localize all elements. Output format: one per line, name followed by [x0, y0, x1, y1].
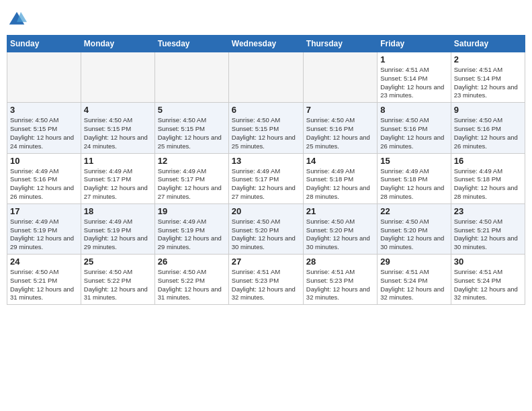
day-number: 14: [306, 156, 374, 166]
calendar-week-row: 17Sunrise: 4:49 AMSunset: 5:19 PMDayligh…: [7, 203, 525, 254]
day-info: Sunrise: 4:49 AMSunset: 5:18 PMDaylight:…: [380, 167, 447, 201]
calendar-cell: 19Sunrise: 4:49 AMSunset: 5:19 PMDayligh…: [154, 203, 228, 254]
calendar-cell: 26Sunrise: 4:50 AMSunset: 5:22 PMDayligh…: [154, 255, 228, 305]
day-number: 25: [84, 257, 152, 267]
day-info: Sunrise: 4:51 AMSunset: 5:14 PMDaylight:…: [454, 66, 522, 100]
calendar-cell: [81, 52, 154, 103]
day-number: 30: [454, 257, 522, 267]
day-info: Sunrise: 4:49 AMSunset: 5:17 PMDaylight:…: [232, 167, 300, 201]
day-number: 11: [84, 156, 152, 166]
calendar-cell: 6Sunrise: 4:50 AMSunset: 5:15 PMDaylight…: [228, 103, 303, 153]
calendar-cell: 15Sunrise: 4:49 AMSunset: 5:18 PMDayligh…: [378, 153, 451, 203]
day-number: 27: [232, 257, 300, 267]
day-info: Sunrise: 4:49 AMSunset: 5:18 PMDaylight:…: [306, 167, 374, 201]
calendar-cell: 7Sunrise: 4:50 AMSunset: 5:16 PMDaylight…: [303, 103, 377, 153]
weekday-header: Wednesday: [228, 36, 303, 52]
calendar-cell: 3Sunrise: 4:50 AMSunset: 5:15 PMDaylight…: [7, 103, 81, 153]
day-info: Sunrise: 4:50 AMSunset: 5:21 PMDaylight:…: [454, 218, 522, 252]
calendar-cell: 9Sunrise: 4:50 AMSunset: 5:16 PMDaylight…: [451, 103, 525, 153]
day-number: 5: [158, 105, 226, 115]
calendar-cell: 29Sunrise: 4:51 AMSunset: 5:24 PMDayligh…: [378, 255, 451, 305]
day-info: Sunrise: 4:50 AMSunset: 5:21 PMDaylight:…: [10, 268, 78, 302]
calendar-week-row: 10Sunrise: 4:49 AMSunset: 5:16 PMDayligh…: [7, 153, 525, 203]
day-info: Sunrise: 4:50 AMSunset: 5:22 PMDaylight:…: [84, 268, 152, 302]
calendar-cell: 25Sunrise: 4:50 AMSunset: 5:22 PMDayligh…: [81, 255, 154, 305]
day-number: 1: [380, 54, 447, 64]
calendar: SundayMondayTuesdayWednesdayThursdayFrid…: [7, 35, 525, 305]
calendar-cell: 13Sunrise: 4:49 AMSunset: 5:17 PMDayligh…: [228, 153, 303, 203]
calendar-cell: 21Sunrise: 4:50 AMSunset: 5:20 PMDayligh…: [303, 203, 377, 254]
calendar-cell: 2Sunrise: 4:51 AMSunset: 5:14 PMDaylight…: [451, 52, 525, 103]
day-info: Sunrise: 4:50 AMSunset: 5:22 PMDaylight:…: [158, 268, 226, 302]
calendar-cell: 24Sunrise: 4:50 AMSunset: 5:21 PMDayligh…: [7, 255, 81, 305]
day-number: 7: [306, 105, 374, 115]
day-info: Sunrise: 4:50 AMSunset: 5:20 PMDaylight:…: [380, 218, 447, 252]
day-number: 12: [158, 156, 226, 166]
weekday-header: Thursday: [303, 36, 377, 52]
page: SundayMondayTuesdayWednesdayThursdayFrid…: [0, 0, 532, 411]
day-number: 9: [454, 105, 522, 115]
calendar-cell: 22Sunrise: 4:50 AMSunset: 5:20 PMDayligh…: [378, 203, 451, 254]
calendar-cell: 12Sunrise: 4:49 AMSunset: 5:17 PMDayligh…: [154, 153, 228, 203]
calendar-cell: [154, 52, 228, 103]
day-number: 17: [10, 206, 78, 216]
day-info: Sunrise: 4:50 AMSunset: 5:15 PMDaylight:…: [10, 116, 78, 150]
day-info: Sunrise: 4:50 AMSunset: 5:16 PMDaylight:…: [454, 116, 522, 150]
day-info: Sunrise: 4:49 AMSunset: 5:19 PMDaylight:…: [10, 218, 78, 252]
day-info: Sunrise: 4:51 AMSunset: 5:23 PMDaylight:…: [232, 268, 300, 302]
day-info: Sunrise: 4:51 AMSunset: 5:14 PMDaylight:…: [380, 66, 447, 100]
day-info: Sunrise: 4:50 AMSunset: 5:16 PMDaylight:…: [306, 116, 374, 150]
day-info: Sunrise: 4:51 AMSunset: 5:23 PMDaylight:…: [306, 268, 374, 302]
day-info: Sunrise: 4:51 AMSunset: 5:24 PMDaylight:…: [454, 268, 522, 302]
day-info: Sunrise: 4:49 AMSunset: 5:17 PMDaylight:…: [158, 167, 226, 201]
calendar-cell: 27Sunrise: 4:51 AMSunset: 5:23 PMDayligh…: [228, 255, 303, 305]
weekday-header: Monday: [81, 36, 154, 52]
day-number: 28: [306, 257, 374, 267]
day-number: 8: [380, 105, 447, 115]
weekday-header: Friday: [378, 36, 451, 52]
weekday-header: Saturday: [451, 36, 525, 52]
day-number: 10: [10, 156, 78, 166]
day-number: 19: [158, 206, 226, 216]
day-number: 24: [10, 257, 78, 267]
calendar-cell: 30Sunrise: 4:51 AMSunset: 5:24 PMDayligh…: [451, 255, 525, 305]
calendar-cell: 10Sunrise: 4:49 AMSunset: 5:16 PMDayligh…: [7, 153, 81, 203]
day-info: Sunrise: 4:50 AMSunset: 5:15 PMDaylight:…: [232, 116, 300, 150]
calendar-cell: 23Sunrise: 4:50 AMSunset: 5:21 PMDayligh…: [451, 203, 525, 254]
calendar-cell: 14Sunrise: 4:49 AMSunset: 5:18 PMDayligh…: [303, 153, 377, 203]
calendar-cell: 16Sunrise: 4:49 AMSunset: 5:18 PMDayligh…: [451, 153, 525, 203]
day-info: Sunrise: 4:50 AMSunset: 5:15 PMDaylight:…: [158, 116, 226, 150]
calendar-cell: 11Sunrise: 4:49 AMSunset: 5:17 PMDayligh…: [81, 153, 154, 203]
weekday-header: Sunday: [7, 36, 81, 52]
day-number: 23: [454, 206, 522, 216]
day-number: 22: [380, 206, 447, 216]
calendar-cell: [7, 52, 81, 103]
logo-icon: [7, 9, 27, 30]
day-number: 29: [380, 257, 447, 267]
day-number: 16: [454, 156, 522, 166]
day-number: 18: [84, 206, 152, 216]
calendar-cell: 18Sunrise: 4:49 AMSunset: 5:19 PMDayligh…: [81, 203, 154, 254]
calendar-cell: 28Sunrise: 4:51 AMSunset: 5:23 PMDayligh…: [303, 255, 377, 305]
day-number: 13: [232, 156, 300, 166]
day-number: 3: [10, 105, 78, 115]
day-number: 20: [232, 206, 300, 216]
day-number: 26: [158, 257, 226, 267]
calendar-cell: 5Sunrise: 4:50 AMSunset: 5:15 PMDaylight…: [154, 103, 228, 153]
day-info: Sunrise: 4:50 AMSunset: 5:16 PMDaylight:…: [380, 116, 447, 150]
day-number: 21: [306, 206, 374, 216]
header: [7, 7, 525, 30]
day-number: 15: [380, 156, 447, 166]
calendar-week-row: 1Sunrise: 4:51 AMSunset: 5:14 PMDaylight…: [7, 52, 525, 103]
weekday-header: Tuesday: [154, 36, 228, 52]
day-info: Sunrise: 4:49 AMSunset: 5:19 PMDaylight:…: [158, 218, 226, 252]
day-info: Sunrise: 4:50 AMSunset: 5:20 PMDaylight:…: [306, 218, 374, 252]
calendar-cell: [228, 52, 303, 103]
day-info: Sunrise: 4:51 AMSunset: 5:24 PMDaylight:…: [380, 268, 447, 302]
calendar-cell: 8Sunrise: 4:50 AMSunset: 5:16 PMDaylight…: [378, 103, 451, 153]
day-info: Sunrise: 4:49 AMSunset: 5:16 PMDaylight:…: [10, 167, 78, 201]
calendar-cell: 4Sunrise: 4:50 AMSunset: 5:15 PMDaylight…: [81, 103, 154, 153]
day-info: Sunrise: 4:49 AMSunset: 5:18 PMDaylight:…: [454, 167, 522, 201]
day-info: Sunrise: 4:49 AMSunset: 5:17 PMDaylight:…: [84, 167, 152, 201]
day-number: 6: [232, 105, 300, 115]
